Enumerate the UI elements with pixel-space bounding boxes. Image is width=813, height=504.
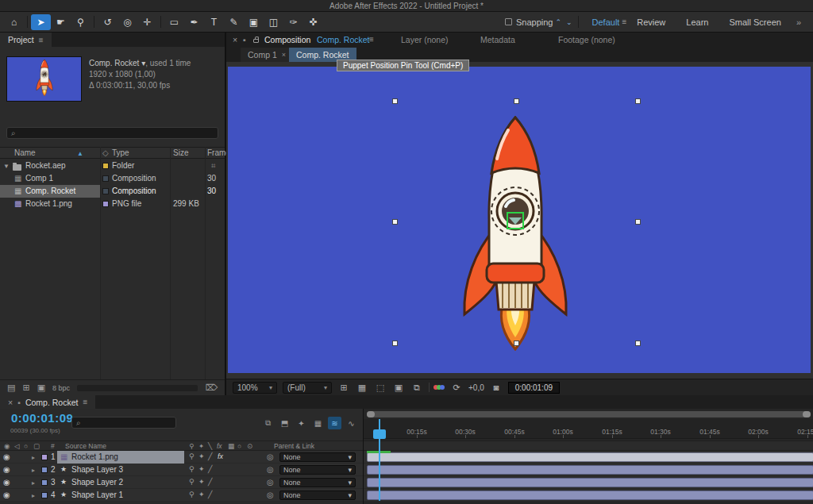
panel-menu-icon[interactable]: ≡ [39, 36, 44, 44]
tab-footage[interactable]: Footage (none) [558, 35, 615, 44]
shape-tool[interactable]: ▭ [164, 14, 184, 30]
channels-icon[interactable] [435, 385, 445, 390]
snap-option-icon[interactable]: ⌃ [555, 18, 561, 26]
current-time-display[interactable]: 0:00:01:09 [11, 411, 73, 425]
roto-brush-tool[interactable]: ✑ [283, 14, 303, 30]
expander-icon[interactable]: ▸ [32, 454, 35, 461]
camera-tool[interactable]: ◎ [118, 14, 137, 30]
tab-project[interactable]: Project ≡ [0, 33, 52, 47]
layer-handle[interactable] [392, 98, 398, 104]
parent-dropdown[interactable]: None ▾ [279, 478, 356, 487]
label-swatch[interactable] [41, 467, 48, 473]
mask-visibility-icon[interactable]: ⬚ [374, 383, 387, 393]
shy-layers-icon[interactable]: ✦ [295, 417, 308, 429]
workspace-overflow-icon[interactable]: » [796, 17, 801, 27]
layer-handle[interactable] [635, 340, 641, 346]
close-icon[interactable]: × [8, 398, 13, 407]
sort-asc-icon[interactable]: ▲ [77, 150, 83, 157]
quality-icon[interactable]: ╱ [208, 465, 212, 473]
interpret-footage-icon[interactable]: ▤ [7, 383, 15, 393]
project-item-name[interactable]: Rocket 1.png [25, 199, 72, 208]
layer-handle[interactable] [514, 340, 519, 346]
workspace-review[interactable]: Review [637, 17, 665, 27]
navigator-end-handle[interactable] [803, 411, 811, 417]
resolution-select[interactable]: (Full) ▾ [283, 382, 332, 394]
project-item-name[interactable]: Comp 1 [25, 174, 53, 183]
composition-viewer[interactable] [226, 62, 813, 379]
grid-guides-icon[interactable]: ⊞ [337, 383, 350, 393]
shy-icon[interactable]: ⚲ [189, 478, 195, 486]
quality-icon[interactable]: ╱ [208, 452, 212, 460]
zoom-tool[interactable]: ⚲ [71, 14, 91, 30]
preview-item-name[interactable]: Comp. Rocket ▾ [89, 59, 145, 67]
column-name[interactable]: Name [14, 148, 36, 157]
shy-icon[interactable]: ⚲ [189, 465, 195, 473]
collapse-icon[interactable]: ✦ [198, 465, 205, 473]
workspace-default[interactable]: Default [592, 17, 620, 27]
project-row-comp-1[interactable]: ▦ Comp 1 Composition 30 [0, 172, 225, 185]
column-number[interactable]: # [51, 442, 55, 450]
project-item-name[interactable]: Comp. Rocket [25, 187, 75, 195]
expander-icon[interactable]: ▸ [32, 479, 35, 487]
motion-blur-icon[interactable]: ≋ [328, 417, 341, 429]
column-parent-link[interactable]: Parent & Link [274, 442, 314, 450]
selection-tool[interactable]: ➤ [31, 14, 51, 30]
layer-row-rocket-png[interactable]: ◉ ▸ 1 ▦ Rocket 1.png ⚲ ✦ ╱ fx ◎ None ▾ [0, 451, 363, 464]
pick-whip-icon[interactable]: ◎ [267, 465, 274, 474]
puppet-pin-tool[interactable]: ✜ [303, 14, 323, 30]
tab-layer[interactable]: Layer (none) [401, 35, 449, 44]
brush-tool[interactable]: ✎ [224, 14, 244, 30]
layer-handle[interactable] [635, 219, 641, 225]
quality-icon[interactable]: ╱ [208, 491, 212, 498]
timeline-search-input[interactable]: ⌕ [71, 417, 176, 429]
close-icon[interactable]: × [282, 51, 286, 59]
pen-tool[interactable]: ✒ [184, 14, 204, 30]
collapse-icon[interactable]: ✦ [198, 491, 205, 498]
puppet-pin-target[interactable] [507, 212, 524, 229]
snapshot-camera-icon[interactable]: ◙ [490, 383, 503, 392]
expander-icon[interactable]: ▸ [32, 467, 35, 474]
time-navigator[interactable] [367, 411, 811, 417]
tab-metadata[interactable]: Metadata [480, 35, 515, 44]
layer-duration-bar[interactable] [367, 465, 813, 475]
shy-icon[interactable]: ⚲ [189, 452, 195, 460]
playhead-line[interactable] [379, 419, 380, 501]
pick-whip-icon[interactable]: ◎ [267, 478, 274, 487]
eye-icon[interactable]: ◉ [3, 452, 10, 461]
project-search-input[interactable]: ⌕ [6, 127, 218, 139]
layer-duration-bar[interactable] [367, 491, 813, 500]
fx-badge[interactable]: fx [218, 452, 223, 460]
tab-timeline-comp-rocket[interactable]: × ▪ Comp. Rocket ≡ [0, 395, 95, 409]
pick-whip-icon[interactable]: ◎ [267, 452, 274, 461]
label-swatch[interactable] [41, 479, 48, 486]
close-icon[interactable]: × [233, 35, 237, 44]
lock-icon[interactable] [253, 39, 259, 43]
workspace-small-screen[interactable]: Small Screen [729, 17, 780, 27]
graph-editor-icon[interactable]: ∿ [345, 417, 358, 429]
label-swatch[interactable] [41, 492, 48, 498]
rotation-tool[interactable]: ↺ [98, 14, 118, 30]
layer-name[interactable]: Rocket 1.png [71, 452, 118, 461]
rocket-image[interactable] [434, 113, 596, 375]
quality-icon[interactable]: ╱ [208, 478, 212, 486]
eraser-tool[interactable]: ◫ [264, 14, 283, 30]
layer-duration-bar[interactable] [367, 452, 813, 462]
composition-tab-value[interactable]: Comp. Rocket [317, 35, 370, 44]
new-composition-icon[interactable]: ▣ [37, 383, 45, 393]
frame-blending-icon[interactable]: ▦ [311, 417, 325, 429]
tab-comp-1[interactable]: Comp 1 × [241, 48, 293, 62]
draft-3d-icon[interactable]: ⬒ [278, 417, 291, 429]
column-size[interactable]: Size [173, 148, 188, 157]
project-item-name[interactable]: Rocket.aep [25, 161, 66, 170]
eye-icon[interactable]: ◉ [3, 491, 10, 499]
transparency-grid-icon[interactable]: ▦ [356, 383, 368, 393]
layer-name[interactable]: Shape Layer 3 [71, 465, 123, 474]
panel-menu-icon[interactable]: ≡ [369, 35, 374, 44]
panel-menu-icon[interactable]: ≡ [83, 398, 87, 406]
pick-whip-icon[interactable]: ◎ [267, 491, 274, 499]
region-of-interest-icon[interactable]: ▣ [392, 383, 405, 393]
snap-option-icon[interactable]: ⌄ [566, 18, 572, 26]
layer-row-shape-1[interactable]: ◉ ▸ 4 ★ Shape Layer 1 ⚲ ✦ ╱ ◎ None ▾ [0, 489, 363, 502]
hand-tool[interactable]: ☛ [51, 14, 71, 30]
new-folder-icon[interactable]: ⊞ [22, 383, 29, 393]
